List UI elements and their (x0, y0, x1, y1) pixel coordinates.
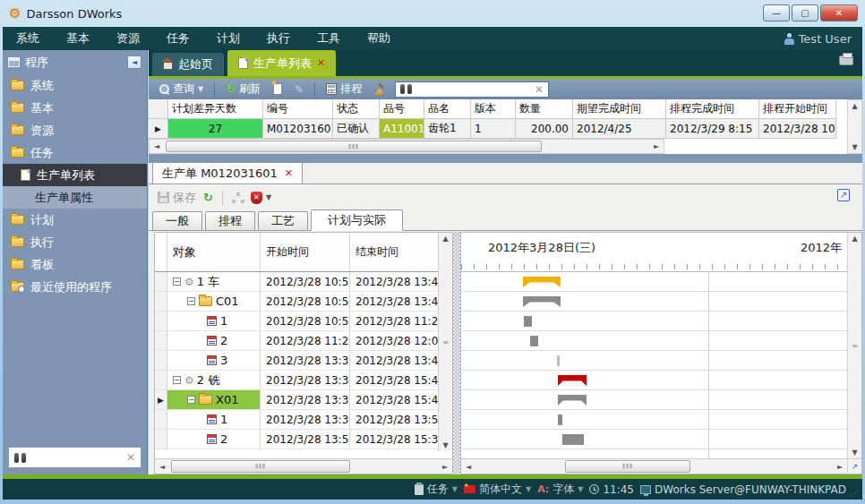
start-time-cell[interactable]: 2012/3/28 13:50 (261, 430, 350, 449)
sidebar-item-计划[interactable]: 计划 (3, 209, 147, 231)
user-area[interactable]: Test User (784, 27, 852, 50)
gantt-bar[interactable] (558, 395, 587, 406)
tree-gantt-splitter[interactable] (453, 232, 460, 474)
tab-起始页[interactable]: 起始页 (152, 53, 224, 76)
end-time-cell[interactable]: 2012/3/28 13:40 (350, 351, 440, 371)
tree-row-C01[interactable]: −C012012/3/28 10:522012/3/28 13:40 (155, 292, 452, 312)
gantt-bar[interactable] (557, 355, 560, 366)
new-button[interactable] (270, 82, 286, 96)
collapse-expander-icon[interactable]: − (187, 297, 195, 305)
sidebar-item-看板[interactable]: 看板 (3, 253, 147, 276)
collapse-expander-icon[interactable]: − (187, 396, 195, 404)
table-row[interactable]: ▶27M012031601已确认A11001齿轮11200.002012/4/2… (149, 119, 862, 139)
scroll-right-icon[interactable]: ► (649, 142, 664, 150)
tree-row-1[interactable]: 12012/3/28 10:522012/3/28 11:22 (155, 312, 452, 331)
grid-cell[interactable]: A11001 (380, 119, 424, 139)
tab-计划与实际[interactable]: 计划与实际 (311, 209, 403, 231)
clear-button[interactable] (371, 82, 390, 96)
grid-cell[interactable]: 已确认 (333, 119, 380, 139)
tree-object-cell[interactable]: 3 (167, 351, 261, 371)
column-header[interactable]: 品号 (380, 99, 424, 119)
gantt-bar[interactable] (562, 434, 584, 445)
column-header[interactable]: 版本 (471, 99, 516, 119)
scroll-up-icon[interactable]: ▲ (439, 235, 453, 243)
start-time-cell[interactable]: 2012/3/28 13:30 (261, 410, 350, 430)
column-header[interactable]: 计划差异天数 (168, 99, 263, 119)
grid-cell[interactable]: 2012/3/28 10:52 (759, 119, 836, 139)
tree-object-cell[interactable]: −⚙1 车 (167, 272, 261, 292)
grid-cell[interactable]: 1 (471, 119, 516, 139)
gantt-bar[interactable] (523, 277, 561, 287)
detail-refresh-button[interactable]: ↻ (203, 192, 213, 203)
tree-object-cell[interactable]: −⚙2 铣 (167, 371, 261, 390)
menu-item-计划[interactable]: 计划 (203, 27, 253, 50)
start-time-cell[interactable]: 2012/3/28 10:52 (261, 272, 350, 292)
end-time-cell[interactable]: 2012/3/28 15:40 (350, 371, 440, 390)
sidebar-item-资源[interactable]: 资源 (3, 119, 147, 141)
tree-horizontal-scrollbar[interactable]: ◄ ⦀⦀⦀ ► (155, 458, 452, 474)
scroll-up-icon[interactable]: ▲ (848, 235, 862, 243)
tree-object-cell[interactable]: −C01 (167, 292, 261, 312)
end-time-cell[interactable]: 2012/3/28 15:40 (350, 390, 440, 410)
tree-vertical-scrollbar[interactable]: ▲ ≡ ▼ (438, 233, 452, 451)
save-button[interactable]: 保存 (158, 190, 196, 206)
tree-row-1 车[interactable]: −⚙1 车2012/3/28 10:522012/3/28 13:40 (155, 272, 452, 292)
start-time-cell[interactable]: 2012/3/28 13:30 (261, 390, 350, 410)
tab-工艺[interactable]: 工艺 (258, 211, 308, 230)
start-time-cell[interactable]: 2012/3/28 13:30 (261, 351, 350, 371)
status-language-dropdown[interactable]: 简体中文▼ (464, 482, 531, 497)
schedule-button[interactable]: 排程 (322, 81, 365, 98)
column-header[interactable]: 品名 (424, 99, 471, 119)
grid-cell[interactable]: 200.00 (516, 119, 573, 139)
column-header[interactable]: 期望完成时间 (573, 99, 666, 119)
menu-item-帮助[interactable]: 帮助 (354, 27, 404, 50)
column-header[interactable]: 排程开始时间 (759, 99, 836, 119)
gantt-bar[interactable] (558, 375, 587, 386)
restore-button[interactable]: ▢ (792, 4, 818, 21)
close-icon[interactable]: ✕ (317, 57, 325, 69)
start-time-cell[interactable]: 2012/3/28 10:52 (261, 292, 350, 312)
tree-object-cell[interactable]: 1 (167, 410, 261, 430)
scroll-left-icon[interactable]: ◄ (150, 142, 164, 150)
tree-object-cell[interactable]: 1 (167, 312, 261, 331)
close-icon[interactable]: ✕ (285, 167, 293, 179)
column-header[interactable]: 编号 (263, 99, 333, 119)
tree-row-X01[interactable]: ▶−X012012/3/28 13:302012/3/28 15:40 (155, 390, 452, 410)
tree-row-2 铣[interactable]: −⚙2 铣2012/3/28 13:302012/3/28 15:40 (155, 371, 452, 390)
tree-object-cell[interactable]: 2 (167, 331, 261, 351)
menu-item-工具[interactable]: 工具 (304, 27, 354, 50)
printer-icon[interactable] (839, 56, 853, 65)
scroll-right-icon[interactable]: ► (833, 463, 847, 471)
start-time-cell[interactable]: 2012/3/28 10:52 (261, 312, 350, 331)
gantt-bar[interactable] (530, 336, 538, 346)
scroll-down-icon[interactable]: ▼ (848, 448, 862, 457)
chevron-down-icon[interactable]: ▼ (198, 85, 203, 93)
collapse-expander-icon[interactable]: − (173, 278, 181, 286)
end-time-cell[interactable]: 2012/3/28 11:22 (350, 312, 440, 331)
sidebar-search-box[interactable]: ✕ (8, 447, 141, 468)
query-button[interactable]: 查询 ▼ (156, 81, 207, 98)
scroll-left-icon[interactable]: ◄ (155, 463, 169, 471)
sidebar-item-基本[interactable]: 基本 (3, 97, 147, 119)
grid-vertical-scrollbar[interactable]: ▲ ▼ (847, 99, 862, 154)
sidebar-item-系统[interactable]: 系统 (3, 74, 147, 97)
tree-row-2[interactable]: 22012/3/28 13:502012/3/28 15:30 (155, 430, 452, 449)
chevron-down-icon[interactable]: ▼ (266, 193, 271, 201)
menu-item-资源[interactable]: 资源 (103, 27, 153, 50)
sidebar-item-生产单属性[interactable]: 生产单属性 (3, 186, 147, 209)
tab-生产单列表[interactable]: 生产单列表✕ (227, 50, 336, 76)
detail-doc-tab[interactable]: 生产单 M012031601 ✕ (152, 162, 303, 184)
start-time-cell[interactable]: 2012/3/28 11:22 (261, 331, 350, 351)
gantt-bar[interactable] (523, 296, 561, 307)
status-font-dropdown[interactable]: A: 字体▼ (537, 482, 583, 497)
column-header[interactable]: 数量 (516, 99, 573, 119)
sidebar-search-clear-icon[interactable]: ✕ (126, 451, 135, 464)
menu-item-系统[interactable]: 系统 (3, 27, 53, 50)
scroll-down-icon[interactable]: ▼ (439, 441, 453, 449)
popout-icon[interactable]: ↗ (837, 189, 850, 201)
scroll-left-icon[interactable]: ◄ (461, 463, 475, 471)
tab-排程[interactable]: 排程 (205, 211, 255, 230)
sidebar-item-任务[interactable]: 任务 (3, 141, 147, 164)
menu-item-任务[interactable]: 任务 (153, 27, 203, 50)
gantt-bar[interactable] (558, 414, 562, 425)
